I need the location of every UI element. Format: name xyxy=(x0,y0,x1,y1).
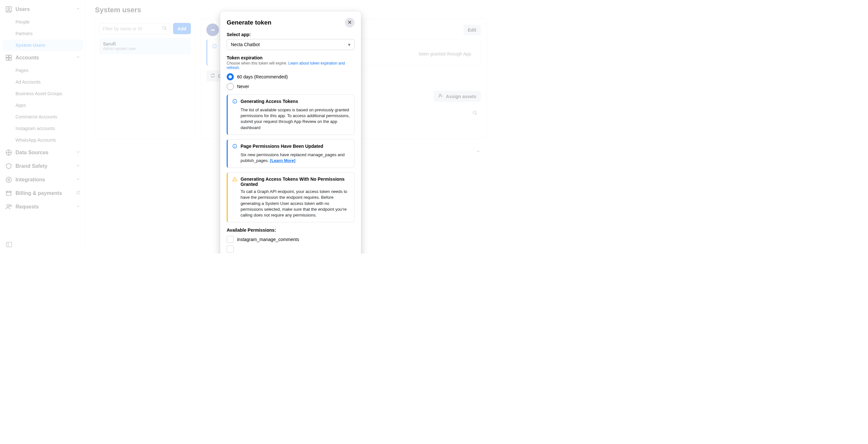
caret-down-icon: ▾ xyxy=(348,42,350,47)
close-icon xyxy=(347,20,352,26)
radio-checked-icon xyxy=(227,73,234,80)
select-app-label: Select app: xyxy=(227,32,354,37)
alert-page-permissions: Page Permissions Have Been Updated Six n… xyxy=(227,139,354,168)
learn-more-link[interactable]: [Learn More] xyxy=(270,158,296,163)
token-expiration-sub: Choose when this token will expire. Lear… xyxy=(227,61,354,70)
radio-label: 60 days (Recommended) xyxy=(237,74,288,79)
expiration-never-option[interactable]: Never xyxy=(227,83,354,90)
selected-app-value: Necta Chatbot xyxy=(231,42,260,47)
alert-body: The list of available scopes is based on… xyxy=(241,107,350,131)
app-select[interactable]: Necta Chatbot ▾ xyxy=(227,39,354,50)
permission-instagram-manage-comments[interactable]: instagram_manage_comments xyxy=(227,236,354,243)
checkbox-icon xyxy=(227,245,234,253)
generate-token-modal: Generate token Select app: Necta Chatbot… xyxy=(220,11,361,253)
token-expiration-label: Token expiration xyxy=(227,55,354,60)
info-icon xyxy=(232,144,237,150)
alert-title: Generating Access Tokens xyxy=(241,99,298,104)
alert-no-permissions: Generating Access Tokens With No Permiss… xyxy=(227,172,354,222)
info-icon xyxy=(232,99,237,105)
radio-empty-icon xyxy=(227,83,234,90)
alert-title: Generating Access Tokens With No Permiss… xyxy=(241,176,350,187)
alert-body: To call a Graph API endpoint, your acces… xyxy=(241,189,350,218)
alert-generating-tokens: Generating Access Tokens The list of ava… xyxy=(227,95,354,135)
modal-title: Generate token xyxy=(227,19,271,26)
checkbox-icon xyxy=(227,236,234,243)
available-permissions-label: Available Permissions: xyxy=(227,228,354,233)
permission-label: instagram_manage_comments xyxy=(237,237,299,242)
expiration-60-days-option[interactable]: 60 days (Recommended) xyxy=(227,73,354,80)
radio-label: Never xyxy=(237,84,249,89)
warning-icon xyxy=(232,176,237,183)
close-button[interactable] xyxy=(345,18,354,27)
alert-body: Six new permissions have replaced manage… xyxy=(241,152,350,164)
alert-title: Page Permissions Have Been Updated xyxy=(241,144,323,149)
permission-item[interactable] xyxy=(227,245,354,253)
